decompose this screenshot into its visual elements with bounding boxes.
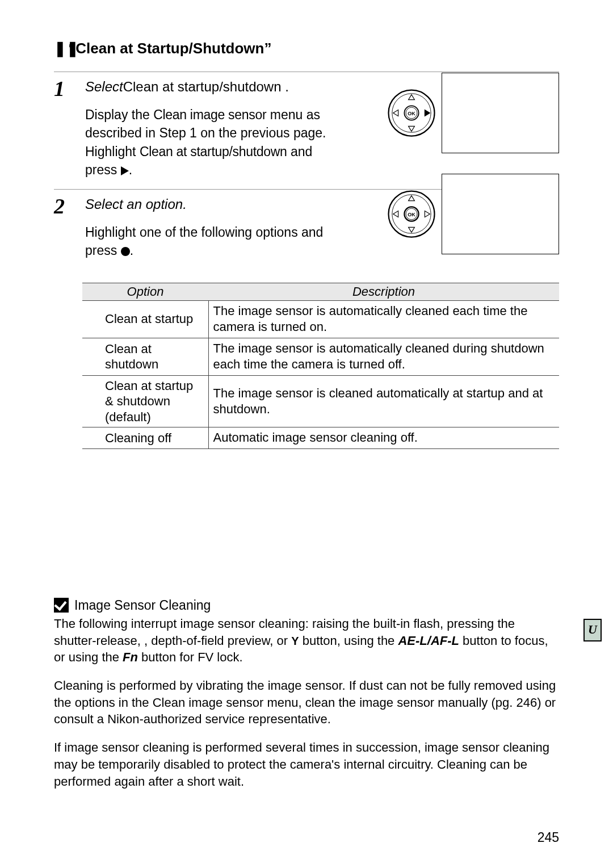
table-row: Cleaning off Automatic image sensor clea… — [82, 427, 559, 449]
col-option: Option — [82, 283, 208, 300]
svg-marker-16 — [393, 211, 398, 217]
svg-marker-5 — [409, 95, 415, 100]
svg-text:OK: OK — [408, 212, 415, 217]
note-paragraph-2: Cleaning is performed by vibrating the i… — [54, 677, 559, 728]
divider — [54, 72, 559, 72]
page-number: 245 — [538, 830, 559, 845]
dpad-right-icon: OK — [386, 87, 437, 139]
svg-marker-17 — [425, 211, 430, 217]
note-paragraph-3: If image sensor cleaning is performed se… — [54, 739, 559, 790]
options-table: Option Description Clean at startup The … — [82, 283, 559, 449]
step-number: 1 — [54, 78, 85, 179]
note-title: Image Sensor Cleaning — [74, 597, 211, 614]
svg-marker-15 — [409, 227, 415, 232]
step-text: Display the Clean image sensor menu as d… — [85, 106, 346, 179]
note-paragraph-1: The following interrupt image sensor cle… — [54, 615, 559, 666]
lcd-screenshot-placeholder — [442, 73, 559, 153]
note-block: Image Sensor Cleaning The following inte… — [54, 597, 559, 790]
heading-marker-icon: ❚❚ — [54, 40, 64, 57]
lcd-screenshot-placeholder — [442, 174, 559, 254]
svg-marker-14 — [409, 196, 415, 201]
thumb-tab-icon: U — [583, 619, 602, 641]
ok-button-icon — [121, 247, 130, 256]
step-number: 2 — [54, 195, 85, 260]
table-row: Clean at startup & shutdown (default) Th… — [82, 375, 559, 427]
svg-marker-6 — [409, 126, 415, 131]
table-row: Clean at startup The image sensor is aut… — [82, 300, 559, 338]
step-1-illustration: OK — [386, 73, 559, 153]
section-heading: ❚❚ “Clean at Startup/Shutdown” — [54, 40, 559, 57]
col-description: Description — [208, 283, 559, 300]
step-text: Highlight one of the following options a… — [85, 223, 346, 259]
step-2-illustration: OK — [386, 174, 559, 254]
caution-check-icon — [54, 598, 69, 613]
heading-text: “Clean at Startup/Shutdown” — [68, 40, 271, 57]
svg-text:OK: OK — [408, 111, 415, 116]
table-row: Clean at shutdown The image sensor is au… — [82, 338, 559, 375]
right-arrow-icon — [121, 166, 129, 175]
dpad-ok-icon: OK — [386, 188, 437, 240]
flash-button-icon: Y — [291, 634, 299, 649]
svg-marker-7 — [393, 110, 398, 116]
svg-marker-8 — [425, 110, 430, 116]
